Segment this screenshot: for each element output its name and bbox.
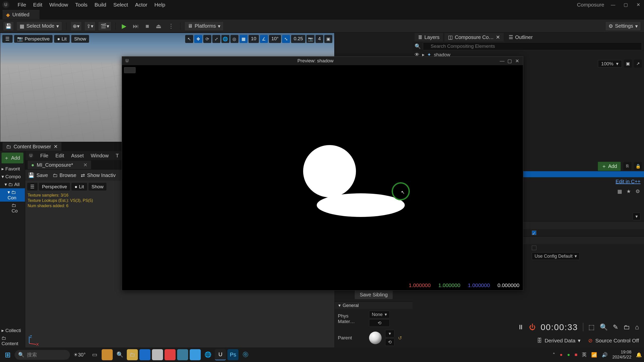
vp-scale-tool[interactable]: ⤢ — [212, 35, 220, 43]
edge-icon[interactable]: ⓔ — [240, 349, 251, 360]
eject-button[interactable]: ⏏ — [154, 22, 164, 31]
search-button[interactable]: 🔍 — [600, 323, 608, 331]
menu-tools[interactable]: Tools — [72, 1, 91, 9]
notifications-icon[interactable]: 🔔 — [636, 352, 642, 358]
level-tab[interactable]: ◆ Untitled — [3, 10, 39, 19]
preview-window[interactable]: U Preview: shadow — ▢ ✕ ↖ 1.000000 1.000… — [122, 56, 523, 291]
vp-lit-dropdown[interactable]: ●Lit — [54, 35, 70, 43]
vp-angle-snap-value[interactable]: 10° — [269, 35, 281, 43]
vp-scale-snap-toggle[interactable]: ⤡ — [282, 35, 290, 43]
vp-grid-snap-toggle[interactable]: ▦ — [239, 35, 248, 43]
vp-maximize-button[interactable]: ▣ — [324, 35, 332, 43]
phys-material-dropdown[interactable]: None ▾ — [369, 311, 390, 318]
composure-search-input[interactable] — [423, 42, 642, 50]
vp-rotate-tool[interactable]: ⟳ — [203, 35, 211, 43]
mat-menu-asset[interactable]: Asset — [68, 152, 87, 160]
zoom-dropdown[interactable]: 100% ▾ — [598, 60, 622, 67]
mat-browse-button[interactable]: 🗀Browse — [53, 172, 76, 178]
tray-icon-2[interactable]: ● — [567, 352, 570, 357]
stop-button[interactable]: ■ — [143, 22, 151, 31]
close-tab-icon[interactable]: ✕ — [54, 144, 58, 150]
content-browser-tab[interactable]: 🗀 Content Browser ✕ — [3, 142, 61, 151]
preview-maximize-button[interactable]: ▢ — [506, 57, 513, 65]
app-icon-7[interactable] — [190, 349, 201, 360]
net-load-checkbox[interactable]: ✓ — [532, 231, 536, 235]
unreal-taskbar-icon[interactable]: U — [215, 349, 226, 360]
menu-select[interactable]: Select — [110, 1, 131, 9]
mat-vp-lit[interactable]: ●Lit — [71, 183, 87, 191]
details-grid-icon[interactable]: ▦ — [616, 188, 623, 195]
vp-world-local-toggle[interactable]: 🌐 — [221, 35, 229, 43]
photoshop-icon[interactable]: Ps — [227, 349, 238, 360]
gen-overlap-checkbox[interactable] — [532, 246, 536, 250]
folder-button[interactable]: 🗀 — [623, 323, 630, 331]
mat-show-inactive-button[interactable]: ⇄Show Inactiv — [81, 172, 115, 178]
add-component-button[interactable]: ＋Add — [598, 162, 621, 171]
blueprint-button[interactable]: ⎘ — [623, 162, 631, 170]
vp-angle-snap-toggle[interactable]: ∠ — [260, 35, 268, 43]
outliner-tab[interactable]: ☰Outliner — [505, 33, 536, 41]
taskbar-clock[interactable]: 19:08 2024/5/22 — [612, 350, 631, 359]
skip-button[interactable]: ⏭ — [131, 22, 141, 31]
details-favorite-icon[interactable]: ★ — [625, 188, 632, 195]
mat-save-button[interactable]: 💾Save — [28, 172, 48, 178]
wifi-icon[interactable]: 📶 — [591, 352, 597, 358]
tray-icon-3[interactable]: ■ — [575, 352, 577, 357]
vp-perspective-dropdown[interactable]: 📷Perspective — [14, 35, 53, 43]
vp-select-tool[interactable]: ↖ — [185, 35, 193, 43]
app-search-icon[interactable]: 🔍 — [114, 349, 125, 360]
reset-icon[interactable]: ↺ — [398, 335, 402, 341]
cb-add-button[interactable]: ＋ Add — [2, 153, 23, 163]
preview-menu-handle[interactable] — [124, 67, 136, 73]
menu-actor[interactable]: Actor — [132, 1, 151, 9]
vp-camera-speed-value[interactable]: 4 — [315, 35, 323, 43]
app-icon-6[interactable] — [177, 349, 188, 360]
app-icon-5[interactable] — [165, 349, 176, 360]
cb-con[interactable]: ▾ 🗀 Con — [0, 188, 25, 202]
add-content-button[interactable]: ⊕▾ — [70, 21, 82, 31]
zoom-fit-button[interactable]: ▣ — [624, 60, 632, 68]
menu-build[interactable]: Build — [91, 1, 110, 9]
tray-icon-1[interactable]: ● — [560, 352, 562, 357]
play-options-button[interactable]: ⋮ — [166, 22, 176, 31]
file-explorer-icon[interactable]: 🗀 — [127, 349, 138, 360]
close-tab-icon[interactable]: ✕ — [496, 34, 500, 40]
mat-menu-edit[interactable]: Edit — [52, 152, 67, 160]
start-button[interactable]: ⊞ — [2, 349, 13, 360]
update-overlap-dropdown[interactable]: Use Config Default ▾ — [532, 252, 580, 260]
close-tab-icon[interactable]: ✕ — [83, 162, 88, 168]
vp-move-tool[interactable]: ✥ — [194, 35, 202, 43]
settings-dropdown[interactable]: ⚙ Settings ▾ — [605, 21, 641, 31]
vp-menu-button[interactable]: ☰ — [2, 35, 13, 43]
ime-indicator[interactable]: 英 — [582, 351, 587, 358]
minimize-button[interactable]: — — [609, 1, 617, 9]
parent-material-thumbnail[interactable] — [369, 332, 382, 344]
save-button[interactable]: 💾 — [3, 21, 14, 31]
preview-close-button[interactable]: ✕ — [513, 57, 521, 65]
task-view-button[interactable]: ▭ — [89, 349, 100, 360]
mat-vp-menu[interactable]: ☰ — [27, 183, 37, 191]
derived-data-status[interactable]: 🗄Derived Data ▾ — [537, 338, 581, 344]
zoom-pop-button[interactable]: ↗ — [634, 60, 642, 68]
mat-menu-tools[interactable]: T — [113, 152, 122, 160]
chrome-icon[interactable]: 🌐 — [202, 349, 213, 360]
mat-menu-file[interactable]: File — [37, 152, 51, 160]
weather-widget[interactable]: ☀ 30° — [71, 349, 88, 360]
tray-expand-icon[interactable]: ˄ — [553, 352, 555, 358]
vp-grid-snap-value[interactable]: 10 — [249, 35, 259, 43]
mat-menu-window[interactable]: Window — [88, 152, 112, 160]
platforms-dropdown[interactable]: 🖥 Platforms ▾ — [184, 21, 224, 31]
details-gear-icon[interactable]: ⚙ — [634, 188, 641, 195]
edit-button[interactable]: ✎ — [613, 323, 618, 331]
menu-file[interactable]: File — [14, 1, 30, 9]
cb-compo[interactable]: ▾ Compo — [0, 173, 25, 180]
marketplace-button[interactable]: ⇪▾ — [84, 21, 96, 31]
parent-use-button[interactable]: ⟲ — [385, 338, 394, 346]
app-icon-3[interactable] — [139, 349, 150, 360]
vp-scale-snap-value[interactable]: 0.25 — [291, 35, 305, 43]
mat-general-category[interactable]: ▾ General — [335, 301, 413, 309]
lock-button[interactable]: 🔒 — [634, 162, 642, 170]
cb-all[interactable]: ▾ 🗀 All — [0, 180, 25, 188]
mat-asset-tab[interactable]: ● MI_Composure* ✕ — [28, 161, 91, 169]
maximize-button[interactable]: ▢ — [622, 1, 629, 9]
